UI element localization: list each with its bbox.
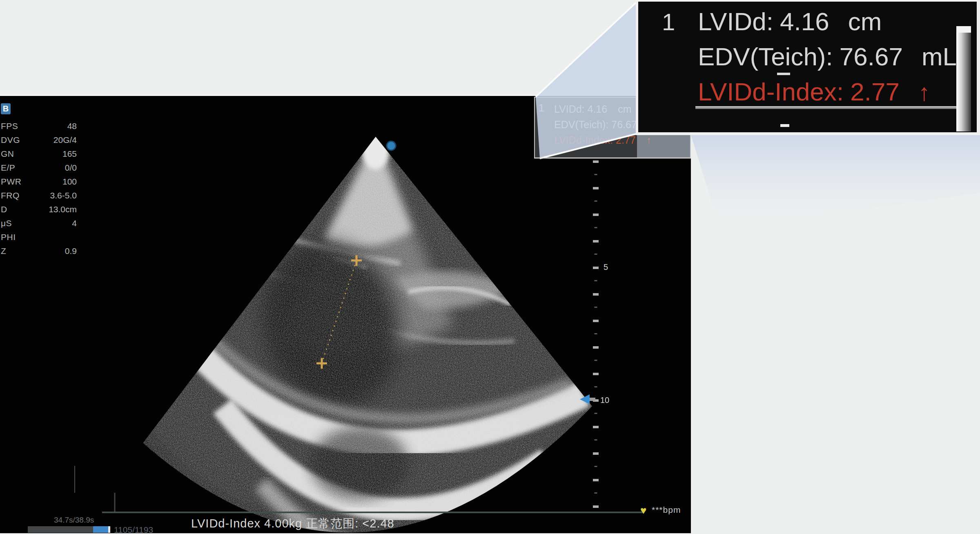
mode-b-badge: B	[1, 103, 11, 114]
zoom-row-lvidd: LVIDd: 4.16 cm	[698, 4, 957, 39]
zoom-row-lvidd-index: LVIDd-Index: 2.77 ↑	[698, 74, 957, 109]
zoom-row-edv: EDV(Teich): 76.67 mL	[698, 39, 957, 74]
param-row-dvg: DVG 20G/4	[1, 133, 77, 147]
param-row-us: μS 4	[1, 216, 77, 230]
ultrasound-screen: 5 10 ♥ ***bpm B FPS 48 DVG 20G/4 GN	[0, 95, 691, 533]
heart-icon: ♥	[640, 504, 646, 516]
minimize-dash-icon	[780, 124, 789, 127]
depth-label-10: 10	[600, 396, 609, 405]
cine-thumb[interactable]	[93, 526, 108, 533]
param-row-frq: FRQ 3.6-5.0	[1, 189, 77, 202]
measurement-index: 1	[662, 8, 675, 36]
ultrasound-workstation-page: 5 10 ♥ ***bpm B FPS 48 DVG 20G/4 GN	[0, 0, 980, 534]
cine-track[interactable]	[28, 526, 93, 533]
zoomed-results-callout: 1 LVIDd: 4.16 cm EDV(Teich): 76.67 mL LV…	[636, 0, 980, 135]
depth-label-5: 5	[604, 263, 608, 271]
param-row-phi: PHI	[1, 230, 77, 244]
param-row-gn: GN 165	[1, 147, 77, 161]
clip-time-text: 34.7s/38.9s	[54, 516, 94, 525]
callout-ray-top	[536, 2, 636, 97]
measurement-result-bar: LVIDd-Index 4.00kg 正常范围: <2.48	[191, 516, 394, 532]
orientation-marker-icon	[387, 141, 396, 150]
text-cursor-underscore	[777, 73, 790, 75]
measurement-index: 1	[539, 102, 544, 114]
abnormal-up-arrow-icon: ↑	[918, 75, 930, 110]
param-row-z: Z 0.9	[1, 244, 77, 258]
cine-cap	[108, 526, 110, 533]
callout-wash-fade	[691, 135, 980, 229]
depth-scale: 5 10	[580, 160, 609, 509]
separator-line	[695, 106, 963, 109]
param-row-d: D 13.0cm	[1, 202, 77, 216]
focus-marker-stem	[590, 398, 595, 401]
heart-rate-text: ***bpm	[652, 505, 681, 514]
param-row-fps: FPS 48	[1, 119, 77, 133]
frame-counter: 1105/1193	[114, 525, 153, 534]
cine-progress-bar[interactable]	[28, 526, 110, 533]
ultrasound-image-area: 5 10 ♥ ***bpm	[0, 96, 691, 533]
parameter-sidebar: B FPS 48 DVG 20G/4 GN 165 E/P 0/0 PWR 10…	[1, 103, 77, 258]
param-row-pwr: PWR 100	[1, 175, 77, 189]
panel-scrollbar[interactable]	[956, 26, 971, 131]
echo-sector-image	[0, 96, 691, 533]
param-row-ep: E/P 0/0	[1, 161, 77, 175]
